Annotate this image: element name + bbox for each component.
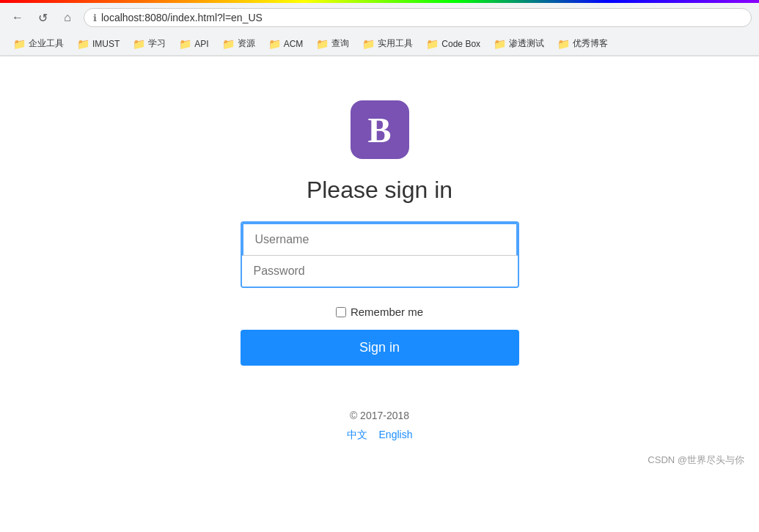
bookmark-label: 企业工具 [29, 37, 64, 50]
logo-container: B [351, 100, 409, 159]
back-button[interactable]: ← [7, 7, 28, 28]
password-input[interactable] [242, 256, 518, 287]
bookmark-查询[interactable]: 📁 查询 [310, 35, 355, 52]
lang-english-link[interactable]: English [379, 429, 413, 442]
folder-icon: 📁 [316, 38, 329, 50]
bookmark-API[interactable]: 📁 API [173, 36, 214, 52]
bookmark-企业工具[interactable]: 📁 企业工具 [7, 35, 70, 52]
folder-icon: 📁 [222, 38, 235, 50]
folder-icon: 📁 [268, 38, 281, 50]
main-content: B Please sign in Remember me Sign in © 2… [0, 56, 759, 481]
folder-icon: 📁 [557, 38, 570, 50]
bookmark-资源[interactable]: 📁 资源 [216, 35, 261, 52]
remember-me-checkbox[interactable] [336, 307, 346, 317]
username-input[interactable] [242, 223, 518, 256]
bookmark-label: 渗透测试 [509, 37, 544, 50]
bookmark-label: IMUST [92, 39, 120, 49]
bookmark-label: 优秀博客 [573, 37, 608, 50]
remember-me-label: Remember me [351, 306, 423, 318]
bootstrap-logo: B [351, 100, 409, 159]
csdn-watermark: CSDN @世界尽头与你 [648, 454, 744, 467]
folder-icon: 📁 [77, 38, 89, 50]
bookmark-ACM[interactable]: 📁 ACM [263, 36, 309, 52]
folder-icon: 📁 [426, 38, 439, 50]
browser-chrome: ← ↺ ⌂ ℹ localhost:8080/index.html?l=en_U… [0, 3, 759, 56]
footer: © 2017-2018 中文 English [347, 410, 413, 442]
bookmark-label: API [194, 39, 208, 49]
language-links: 中文 English [347, 429, 413, 442]
bookmark-label: ACM [284, 39, 304, 49]
folder-icon: 📁 [179, 38, 191, 50]
bookmark-学习[interactable]: 📁 学习 [127, 35, 172, 52]
bookmark-label: 资源 [238, 37, 255, 50]
folder-icon: 📁 [362, 38, 375, 50]
bookmark-优秀博客[interactable]: 📁 优秀博客 [551, 35, 614, 52]
remember-me-container: Remember me [336, 306, 423, 318]
copyright-text: © 2017-2018 [350, 410, 409, 421]
address-bar[interactable]: ℹ localhost:8080/index.html?l=en_US [84, 8, 752, 27]
bookmark-label: 查询 [331, 37, 349, 50]
url-text: localhost:8080/index.html?l=en_US [101, 12, 263, 23]
bookmark-实用工具[interactable]: 📁 实用工具 [356, 35, 419, 52]
lang-chinese-link[interactable]: 中文 [347, 429, 367, 442]
folder-icon: 📁 [133, 38, 145, 50]
home-button[interactable]: ⌂ [57, 7, 78, 28]
bookmark-label: 实用工具 [378, 37, 413, 50]
bookmarks-bar: 📁 企业工具 📁 IMUST 📁 学习 📁 API 📁 资源 📁 ACM 📁 查… [0, 32, 759, 56]
signin-button[interactable]: Sign in [241, 330, 519, 366]
page-title: Please sign in [307, 177, 452, 204]
browser-toolbar: ← ↺ ⌂ ℹ localhost:8080/index.html?l=en_U… [0, 3, 759, 32]
nav-buttons: ← ↺ ⌂ [7, 7, 78, 28]
reload-button[interactable]: ↺ [32, 7, 53, 28]
bookmark-CodeBox[interactable]: 📁 Code Box [420, 36, 486, 52]
folder-icon: 📁 [494, 38, 506, 50]
bookmark-label: 学习 [148, 37, 166, 50]
bookmark-渗透测试[interactable]: 📁 渗透测试 [488, 35, 550, 52]
bookmark-label: Code Box [441, 39, 480, 49]
input-group [241, 221, 519, 288]
info-icon: ℹ [93, 12, 97, 23]
bookmark-IMUST[interactable]: 📁 IMUST [71, 36, 125, 52]
folder-icon: 📁 [13, 38, 26, 50]
